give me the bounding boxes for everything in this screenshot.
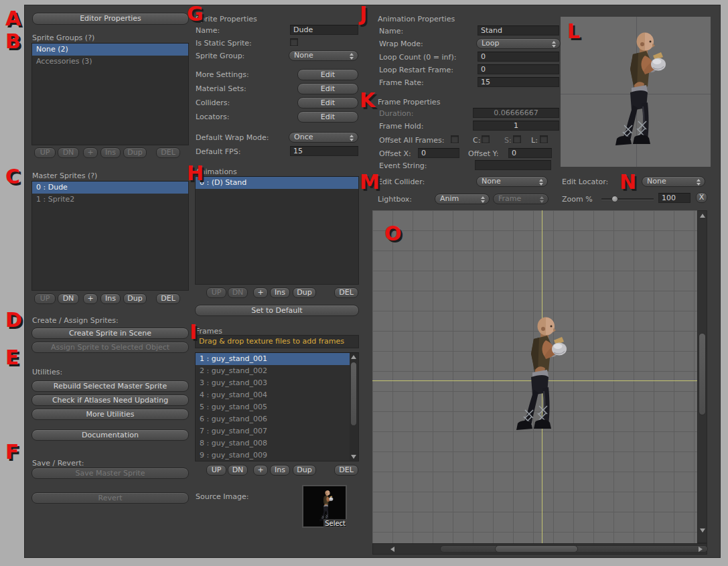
- frames-list-scrollbar[interactable]: [350, 353, 358, 461]
- more-utilities-button[interactable]: More Utilities: [31, 409, 189, 420]
- default-wrap-mode-dropdown[interactable]: Once: [289, 132, 358, 143]
- zoom-reset-button[interactable]: X: [696, 192, 707, 203]
- frame-item[interactable]: 3 : guy_stand_003: [196, 377, 350, 389]
- sprite-group-dropdown[interactable]: None: [289, 50, 358, 61]
- scroll-up-icon[interactable]: [351, 355, 356, 359]
- scroll-left-icon[interactable]: [390, 547, 394, 552]
- loop-count-field[interactable]: 0: [478, 52, 559, 62]
- frame-item[interactable]: 7 : guy_stand_007: [196, 425, 350, 437]
- frame-item[interactable]: 6 : guy_stand_006: [196, 413, 350, 425]
- master-sprites-dn-button[interactable]: DN: [58, 293, 79, 304]
- revert-button[interactable]: Revert: [31, 492, 189, 504]
- set-to-default-button[interactable]: Set to Default: [195, 305, 359, 316]
- check-atlases-button[interactable]: Check if Atlases Need Updating: [31, 395, 189, 406]
- frames-del-button[interactable]: DEL: [334, 465, 358, 476]
- master-sprite-item[interactable]: 0 : Dude: [32, 182, 188, 194]
- sprite-name-field[interactable]: Dude: [290, 25, 358, 35]
- canvas-horizontal-scrollbar[interactable]: [372, 543, 707, 555]
- sprite-group-item[interactable]: Accessories (3): [32, 56, 188, 68]
- more-settings-edit-button[interactable]: Edit: [297, 69, 358, 80]
- wrap-mode-dropdown[interactable]: Loop: [476, 38, 561, 49]
- frames-dn-button[interactable]: DN: [228, 465, 248, 476]
- master-sprite-item[interactable]: 1 : Sprite2: [32, 194, 188, 206]
- zoom-slider-thumb[interactable]: [611, 196, 618, 202]
- animation-item[interactable]: 0 : (D) Stand: [196, 177, 358, 189]
- master-sprites-list[interactable]: 0 : Dude 1 : Sprite2: [31, 181, 189, 291]
- sprite-groups-del-button[interactable]: DEL: [156, 147, 180, 158]
- animations-dn-button[interactable]: DN: [228, 287, 248, 298]
- frames-ins-button[interactable]: Ins: [270, 465, 290, 476]
- duration-label: Duration:: [379, 109, 413, 118]
- sprite-groups-ins-button[interactable]: Ins: [100, 147, 121, 158]
- lightbox-anim-dropdown[interactable]: Anim: [435, 194, 490, 204]
- sprite-groups-add-button[interactable]: +: [83, 147, 98, 158]
- animations-ins-button[interactable]: Ins: [270, 287, 290, 298]
- scale-offset-checkbox[interactable]: [513, 135, 521, 143]
- editor-properties-button[interactable]: Editor Properties: [32, 13, 189, 25]
- master-sprites-up-button[interactable]: UP: [34, 293, 56, 304]
- source-image-select-button[interactable]: Select: [323, 519, 347, 528]
- frame-item[interactable]: 1 : guy_stand_001: [196, 353, 350, 365]
- master-sprites-ins-button[interactable]: Ins: [100, 293, 121, 304]
- frame-hold-field[interactable]: 1: [473, 121, 559, 131]
- save-master-sprite-button[interactable]: Save Master Sprite: [31, 468, 189, 479]
- canvas-vscroll-thumb[interactable]: [699, 333, 706, 415]
- scroll-up-icon[interactable]: [700, 214, 705, 218]
- offset-y-field[interactable]: 0: [508, 148, 552, 158]
- zoom-percent-field[interactable]: 100: [658, 193, 690, 203]
- animation-name-field[interactable]: Stand: [478, 25, 559, 36]
- scroll-right-icon[interactable]: [699, 547, 703, 552]
- animations-up-button[interactable]: UP: [206, 287, 226, 298]
- animations-del-button[interactable]: DEL: [334, 287, 358, 298]
- master-sprites-del-button[interactable]: DEL: [156, 293, 180, 304]
- scroll-down-icon[interactable]: [700, 528, 705, 533]
- source-image-thumbnail[interactable]: Select: [302, 485, 347, 528]
- zoom-slider[interactable]: [601, 198, 654, 200]
- frame-item[interactable]: 5 : guy_stand_005: [196, 401, 350, 413]
- frames-add-button[interactable]: +: [253, 465, 268, 476]
- frame-item[interactable]: 2 : guy_stand_002: [196, 365, 350, 377]
- edit-collider-dropdown[interactable]: None: [476, 176, 548, 187]
- animations-add-button[interactable]: +: [253, 287, 268, 298]
- documentation-button[interactable]: Documentation: [31, 429, 189, 441]
- collider-offset-checkbox[interactable]: [482, 135, 490, 143]
- event-string-field[interactable]: [475, 160, 551, 170]
- frame-item[interactable]: 9 : guy_stand_009: [196, 449, 350, 462]
- master-sprites-add-button[interactable]: +: [83, 293, 98, 304]
- frames-scrollbar-thumb[interactable]: [350, 362, 357, 426]
- material-sets-edit-button[interactable]: Edit: [297, 83, 358, 94]
- sprite-groups-dup-button[interactable]: Dup: [123, 147, 147, 158]
- canvas-sprite[interactable]: [504, 312, 578, 439]
- is-static-sprite-checkbox[interactable]: [290, 38, 298, 46]
- frames-list[interactable]: 1 : guy_stand_001 2 : guy_stand_002 3 : …: [195, 352, 359, 462]
- canvas-vertical-scrollbar[interactable]: [697, 210, 707, 543]
- offset-all-frames-checkbox[interactable]: [451, 135, 459, 143]
- is-static-sprite-label: Is Static Sprite:: [196, 39, 252, 48]
- frame-item[interactable]: 8 : guy_stand_008: [196, 437, 350, 449]
- animations-list[interactable]: 0 : (D) Stand: [195, 176, 359, 285]
- edit-locator-dropdown[interactable]: None: [642, 176, 705, 187]
- frame-item[interactable]: 4 : guy_stand_004: [196, 389, 350, 401]
- create-sprite-in-scene-button[interactable]: Create Sprite in Scene: [31, 328, 189, 339]
- locators-edit-button[interactable]: Edit: [297, 111, 358, 123]
- locator-offset-checkbox[interactable]: [540, 135, 548, 143]
- offset-x-field[interactable]: 0: [418, 148, 459, 158]
- sprite-groups-up-button[interactable]: UP: [34, 147, 56, 158]
- popup-arrows-icon: [697, 179, 701, 186]
- frames-up-button[interactable]: UP: [206, 465, 226, 476]
- sprite-groups-list[interactable]: None (2) Accessories (3): [31, 43, 189, 145]
- colliders-edit-button[interactable]: Edit: [297, 97, 358, 109]
- sprite-group-item[interactable]: None (2): [32, 44, 188, 56]
- scroll-down-icon[interactable]: [351, 455, 356, 459]
- frames-dup-button[interactable]: Dup: [293, 465, 316, 476]
- sprite-edit-canvas[interactable]: [372, 210, 697, 543]
- master-sprites-dup-button[interactable]: Dup: [123, 293, 147, 304]
- assign-sprite-button[interactable]: Assign Sprite to Selected Object: [31, 342, 189, 353]
- frame-rate-field[interactable]: 15: [478, 77, 559, 87]
- loop-restart-frame-field[interactable]: 0: [478, 64, 559, 74]
- default-fps-field[interactable]: 15: [290, 146, 358, 156]
- sprite-groups-dn-button[interactable]: DN: [58, 147, 79, 158]
- rebuild-master-sprite-button[interactable]: Rebuild Selected Master Sprite: [31, 380, 189, 392]
- animations-dup-button[interactable]: Dup: [293, 287, 316, 298]
- canvas-hscroll-thumb[interactable]: [495, 545, 578, 553]
